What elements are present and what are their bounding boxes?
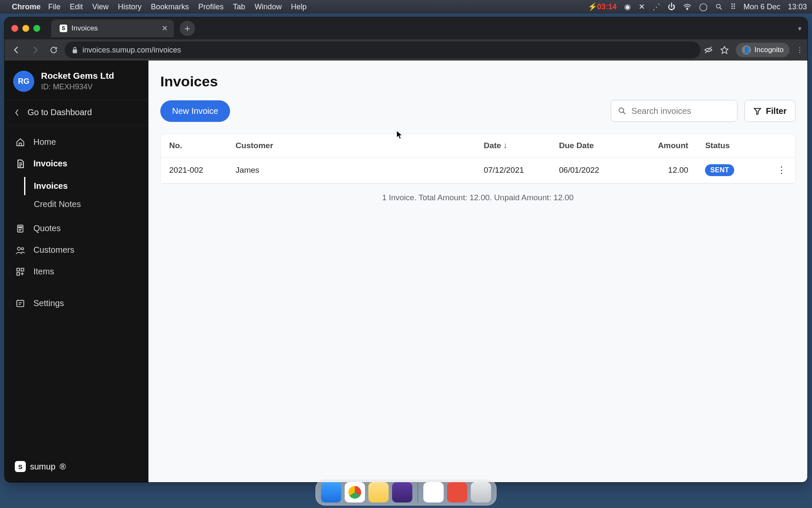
bookmark-icon[interactable] (720, 45, 729, 55)
svg-rect-5 (21, 226, 22, 228)
svg-point-12 (619, 108, 624, 113)
tab-strip: S Invoices ✕ ＋ ▾ (5, 17, 807, 39)
sidebar-footer[interactable]: S sumup® (5, 451, 148, 482)
dock-document-icon[interactable] (423, 482, 444, 502)
url-text: invoices.sumup.com/invoices (82, 46, 181, 55)
invoices-icon (15, 159, 26, 168)
window-minimize-icon[interactable] (22, 25, 29, 32)
browser-window: S Invoices ✕ ＋ ▾ invoices.sumup.com/invo… (4, 17, 808, 483)
dock-notes-icon[interactable] (368, 482, 389, 502)
status-app-icon[interactable]: ◉ (624, 2, 631, 11)
menubar-time[interactable]: 13:03 (788, 3, 807, 11)
sidebar-item-items[interactable]: Items (5, 261, 148, 282)
new-invoice-button[interactable]: New Invoice (160, 100, 230, 122)
window-close-icon[interactable] (11, 25, 18, 32)
settings-icon (15, 299, 26, 308)
tabs-menu-icon[interactable]: ▾ (798, 25, 801, 33)
dock-separator (417, 482, 418, 502)
col-header-no[interactable]: No. (161, 134, 227, 157)
sidebar: RG Rocket Gems Ltd ID: MEXH934V Go to Da… (5, 61, 148, 482)
go-to-dashboard[interactable]: Go to Dashboard (5, 99, 148, 125)
chevron-left-icon (14, 109, 20, 116)
menubar-item-tab[interactable]: Tab (233, 3, 245, 11)
col-header-status[interactable]: Status (697, 134, 768, 157)
menubar-date[interactable]: Mon 6 Dec (743, 3, 780, 11)
status-tool-icon[interactable]: ✕ (639, 2, 645, 11)
battery-time: 03:14 (597, 3, 617, 11)
wifi-icon[interactable] (683, 3, 691, 10)
filter-label: Filter (766, 106, 787, 116)
cell-date: 07/12/2021 (475, 157, 551, 183)
menubar-item-edit[interactable]: Edit (70, 3, 83, 11)
kebab-menu-icon[interactable]: ⋮ (796, 46, 803, 54)
sidebar-item-quotes[interactable]: Quotes (5, 218, 148, 239)
eye-off-icon[interactable] (704, 45, 713, 55)
user-icon[interactable]: ◯ (699, 2, 708, 11)
sidebar-item-invoices[interactable]: Invoices (5, 153, 148, 174)
browser-tab[interactable]: S Invoices ✕ (51, 19, 174, 37)
tab-favicon-icon: S (60, 25, 67, 32)
col-header-amount[interactable]: Amount (630, 134, 697, 157)
sidebar-subitem-credit-notes[interactable]: Credit Notes (24, 195, 148, 213)
window-zoom-icon[interactable] (33, 25, 40, 32)
menubar-item-bookmarks[interactable]: Bookmarks (151, 3, 189, 11)
browser-toolbar: invoices.sumup.com/invoices 👤 Incognito … (5, 39, 807, 61)
sidebar-item-home[interactable]: Home (5, 131, 148, 153)
tab-close-icon[interactable]: ✕ (162, 24, 168, 33)
invoices-table: No. Customer Date Due Date Amount Status… (160, 134, 796, 184)
sidebar-item-settings[interactable]: Settings (5, 293, 148, 314)
search-input-wrap[interactable] (611, 100, 738, 122)
row-actions-button[interactable]: ⋮ (768, 157, 795, 183)
menubar-item-profiles[interactable]: Profiles (198, 3, 224, 11)
dock-recording-icon[interactable] (447, 482, 467, 502)
new-tab-button[interactable]: ＋ (180, 21, 195, 36)
nav-back-button[interactable] (9, 42, 24, 58)
dock-finder-icon[interactable] (321, 482, 341, 502)
org-name: Rocket Gems Ltd (41, 71, 114, 81)
toolbar-right: 👤 Incognito ⋮ (704, 43, 803, 57)
spotlight-icon[interactable] (715, 3, 723, 11)
svg-rect-2 (73, 50, 77, 53)
menubar-item-window[interactable]: Window (255, 3, 282, 11)
col-header-customer[interactable]: Customer (227, 134, 475, 157)
dock-app-icon[interactable] (392, 482, 412, 502)
nav-forward-button[interactable] (27, 42, 43, 58)
sidebar-item-customers[interactable]: Customers (5, 239, 148, 261)
table-row[interactable]: 2021-002 James 07/12/2021 06/01/2022 12.… (161, 157, 795, 183)
org-avatar: RG (13, 71, 34, 92)
battery-indicator-icon[interactable]: ⚡03:14 (588, 2, 617, 11)
svg-point-6 (17, 247, 20, 250)
search-input[interactable] (631, 106, 738, 116)
dock-trash-icon[interactable] (471, 482, 491, 502)
sidebar-subitem-label: Credit Notes (34, 199, 81, 209)
svg-rect-9 (21, 268, 24, 271)
svg-point-1 (716, 4, 720, 8)
status-dots-icon[interactable]: ⋰ (653, 2, 660, 11)
incognito-indicator[interactable]: 👤 Incognito (736, 43, 790, 57)
tab-title: Invoices (71, 24, 98, 33)
dock-chrome-icon[interactable] (345, 482, 365, 502)
svg-point-0 (687, 9, 688, 10)
col-header-due[interactable]: Due Date (551, 134, 631, 157)
incognito-label: Incognito (754, 46, 784, 54)
macos-dock (315, 479, 497, 505)
nav-reload-button[interactable] (46, 42, 61, 58)
page-title: Invoices (160, 73, 796, 90)
menubar-item-help[interactable]: Help (291, 3, 307, 11)
cell-amount: 12.00 (630, 157, 697, 183)
col-header-date[interactable]: Date (475, 134, 551, 157)
quotes-icon (15, 224, 26, 233)
cell-status: SENT (697, 157, 768, 183)
sidebar-subitem-invoices[interactable]: Invoices (24, 177, 148, 195)
table-header-row: No. Customer Date Due Date Amount Status (161, 134, 795, 157)
status-badge: SENT (705, 164, 734, 176)
address-bar[interactable]: invoices.sumup.com/invoices (65, 41, 700, 58)
org-header[interactable]: RG Rocket Gems Ltd ID: MEXH934V (5, 61, 148, 99)
power-icon[interactable]: ⏻ (668, 3, 675, 11)
menubar-item-history[interactable]: History (118, 3, 142, 11)
menubar-item-file[interactable]: File (48, 3, 60, 11)
menubar-item-view[interactable]: View (92, 3, 109, 11)
menubar-app-name[interactable]: Chrome (12, 3, 41, 11)
filter-button[interactable]: Filter (744, 100, 796, 122)
control-center-icon[interactable]: ⠿ (730, 2, 736, 11)
